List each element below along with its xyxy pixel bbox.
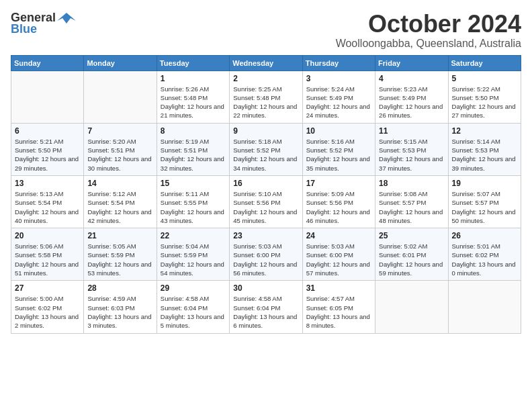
day-number: 29	[161, 283, 226, 293]
day-number: 20	[15, 231, 80, 240]
day-number: 1	[161, 74, 226, 83]
logo-bird-icon	[57, 11, 76, 25]
calendar-week-3: 13Sunrise: 5:13 AM Sunset: 5:54 PM Dayli…	[11, 175, 521, 228]
col-saturday: Saturday	[448, 55, 521, 71]
calendar-cell: 22Sunrise: 5:04 AM Sunset: 5:59 PM Dayli…	[157, 228, 229, 281]
day-number: 6	[15, 126, 80, 136]
day-detail: Sunrise: 5:05 AM Sunset: 5:59 PM Dayligh…	[87, 242, 152, 277]
day-detail: Sunrise: 5:19 AM Sunset: 5:51 PM Dayligh…	[161, 137, 226, 173]
day-detail: Sunrise: 5:03 AM Sunset: 6:00 PM Dayligh…	[306, 242, 371, 277]
col-wednesday: Wednesday	[230, 55, 302, 71]
day-detail: Sunrise: 5:10 AM Sunset: 5:56 PM Dayligh…	[233, 189, 298, 225]
col-tuesday: Tuesday	[157, 55, 229, 71]
svg-marker-0	[57, 13, 76, 24]
title-block: October 2024 Woolloongabba, Queensland, …	[336, 11, 521, 50]
calendar-cell: 19Sunrise: 5:07 AM Sunset: 5:57 PM Dayli…	[448, 175, 521, 228]
calendar-cell: 4Sunrise: 5:23 AM Sunset: 5:49 PM Daylig…	[375, 71, 448, 123]
day-number: 16	[233, 179, 298, 188]
calendar-cell: 6Sunrise: 5:21 AM Sunset: 5:50 PM Daylig…	[11, 123, 84, 175]
day-number: 8	[161, 126, 226, 136]
page-header: General Blue October 2024 Woolloongabba,…	[11, 11, 521, 50]
day-number: 15	[161, 179, 226, 188]
calendar-cell: 23Sunrise: 5:03 AM Sunset: 6:00 PM Dayli…	[230, 228, 302, 281]
day-detail: Sunrise: 5:13 AM Sunset: 5:54 PM Dayligh…	[15, 189, 80, 225]
day-number: 4	[379, 74, 444, 83]
calendar-location: Woolloongabba, Queensland, Australia	[336, 38, 521, 50]
calendar-cell: 17Sunrise: 5:09 AM Sunset: 5:56 PM Dayli…	[302, 175, 375, 228]
calendar-cell: 25Sunrise: 5:02 AM Sunset: 6:01 PM Dayli…	[375, 228, 448, 281]
day-number: 26	[452, 231, 517, 240]
day-number: 3	[306, 74, 371, 83]
day-detail: Sunrise: 5:26 AM Sunset: 5:48 PM Dayligh…	[161, 85, 226, 120]
day-detail: Sunrise: 5:22 AM Sunset: 5:50 PM Dayligh…	[452, 85, 517, 120]
day-number: 2	[233, 74, 298, 83]
calendar-cell	[84, 71, 157, 123]
day-number: 30	[233, 283, 298, 293]
day-number: 25	[379, 231, 444, 240]
day-number: 22	[161, 231, 226, 240]
calendar-week-4: 20Sunrise: 5:06 AM Sunset: 5:58 PM Dayli…	[11, 228, 521, 281]
day-number: 5	[452, 74, 517, 83]
day-number: 11	[379, 126, 444, 136]
calendar-cell: 12Sunrise: 5:14 AM Sunset: 5:53 PM Dayli…	[448, 123, 521, 175]
calendar-body: 1Sunrise: 5:26 AM Sunset: 5:48 PM Daylig…	[11, 71, 521, 333]
day-number: 19	[452, 179, 517, 188]
day-detail: Sunrise: 5:25 AM Sunset: 5:48 PM Dayligh…	[233, 85, 298, 120]
col-thursday: Thursday	[302, 55, 375, 71]
calendar-cell: 16Sunrise: 5:10 AM Sunset: 5:56 PM Dayli…	[230, 175, 302, 228]
calendar-cell	[448, 281, 521, 333]
day-detail: Sunrise: 5:06 AM Sunset: 5:58 PM Dayligh…	[15, 242, 80, 277]
day-number: 23	[233, 231, 298, 240]
logo-blue-text: Blue	[11, 22, 37, 36]
col-monday: Monday	[84, 55, 157, 71]
day-detail: Sunrise: 5:23 AM Sunset: 5:49 PM Dayligh…	[379, 85, 444, 120]
day-detail: Sunrise: 5:00 AM Sunset: 6:02 PM Dayligh…	[15, 294, 80, 330]
day-number: 9	[233, 126, 298, 136]
day-number: 17	[306, 179, 371, 188]
logo: General Blue	[11, 11, 76, 36]
calendar-cell: 7Sunrise: 5:20 AM Sunset: 5:51 PM Daylig…	[84, 123, 157, 175]
day-number: 12	[452, 126, 517, 136]
calendar-cell: 1Sunrise: 5:26 AM Sunset: 5:48 PM Daylig…	[157, 71, 229, 123]
calendar-cell: 24Sunrise: 5:03 AM Sunset: 6:00 PM Dayli…	[302, 228, 375, 281]
day-detail: Sunrise: 5:03 AM Sunset: 6:00 PM Dayligh…	[233, 242, 298, 277]
calendar-cell: 13Sunrise: 5:13 AM Sunset: 5:54 PM Dayli…	[11, 175, 84, 228]
calendar-week-2: 6Sunrise: 5:21 AM Sunset: 5:50 PM Daylig…	[11, 123, 521, 175]
day-detail: Sunrise: 5:14 AM Sunset: 5:53 PM Dayligh…	[452, 137, 517, 173]
calendar-cell: 3Sunrise: 5:24 AM Sunset: 5:49 PM Daylig…	[302, 71, 375, 123]
day-detail: Sunrise: 5:11 AM Sunset: 5:55 PM Dayligh…	[161, 189, 226, 225]
calendar-cell: 21Sunrise: 5:05 AM Sunset: 5:59 PM Dayli…	[84, 228, 157, 281]
calendar-cell: 5Sunrise: 5:22 AM Sunset: 5:50 PM Daylig…	[448, 71, 521, 123]
day-number: 28	[87, 283, 152, 293]
day-detail: Sunrise: 4:57 AM Sunset: 6:05 PM Dayligh…	[306, 294, 371, 330]
day-detail: Sunrise: 5:08 AM Sunset: 5:57 PM Dayligh…	[379, 189, 444, 225]
day-detail: Sunrise: 5:15 AM Sunset: 5:53 PM Dayligh…	[379, 137, 444, 173]
day-detail: Sunrise: 5:21 AM Sunset: 5:50 PM Dayligh…	[15, 137, 80, 173]
calendar-cell: 31Sunrise: 4:57 AM Sunset: 6:05 PM Dayli…	[302, 281, 375, 333]
calendar-cell: 26Sunrise: 5:01 AM Sunset: 6:02 PM Dayli…	[448, 228, 521, 281]
calendar-title: October 2024	[336, 11, 521, 38]
day-detail: Sunrise: 5:02 AM Sunset: 6:01 PM Dayligh…	[379, 242, 444, 277]
calendar-cell: 27Sunrise: 5:00 AM Sunset: 6:02 PM Dayli…	[11, 281, 84, 333]
day-detail: Sunrise: 4:58 AM Sunset: 6:04 PM Dayligh…	[233, 294, 298, 330]
day-detail: Sunrise: 5:12 AM Sunset: 5:54 PM Dayligh…	[87, 189, 152, 225]
day-detail: Sunrise: 4:59 AM Sunset: 6:03 PM Dayligh…	[87, 294, 152, 330]
calendar-cell: 11Sunrise: 5:15 AM Sunset: 5:53 PM Dayli…	[375, 123, 448, 175]
calendar-cell: 18Sunrise: 5:08 AM Sunset: 5:57 PM Dayli…	[375, 175, 448, 228]
day-number: 18	[379, 179, 444, 188]
day-detail: Sunrise: 5:07 AM Sunset: 5:57 PM Dayligh…	[452, 189, 517, 225]
day-detail: Sunrise: 5:20 AM Sunset: 5:51 PM Dayligh…	[87, 137, 152, 173]
day-detail: Sunrise: 5:24 AM Sunset: 5:49 PM Dayligh…	[306, 85, 371, 120]
calendar-cell: 10Sunrise: 5:16 AM Sunset: 5:52 PM Dayli…	[302, 123, 375, 175]
day-number: 21	[87, 231, 152, 240]
calendar-table: Sunday Monday Tuesday Wednesday Thursday…	[11, 55, 521, 334]
col-friday: Friday	[375, 55, 448, 71]
calendar-cell: 15Sunrise: 5:11 AM Sunset: 5:55 PM Dayli…	[157, 175, 229, 228]
col-sunday: Sunday	[11, 55, 84, 71]
day-number: 7	[87, 126, 152, 136]
day-detail: Sunrise: 5:04 AM Sunset: 5:59 PM Dayligh…	[161, 242, 226, 277]
day-detail: Sunrise: 5:09 AM Sunset: 5:56 PM Dayligh…	[306, 189, 371, 225]
day-number: 13	[15, 179, 80, 188]
day-detail: Sunrise: 4:58 AM Sunset: 6:04 PM Dayligh…	[161, 294, 226, 330]
calendar-cell: 2Sunrise: 5:25 AM Sunset: 5:48 PM Daylig…	[230, 71, 302, 123]
